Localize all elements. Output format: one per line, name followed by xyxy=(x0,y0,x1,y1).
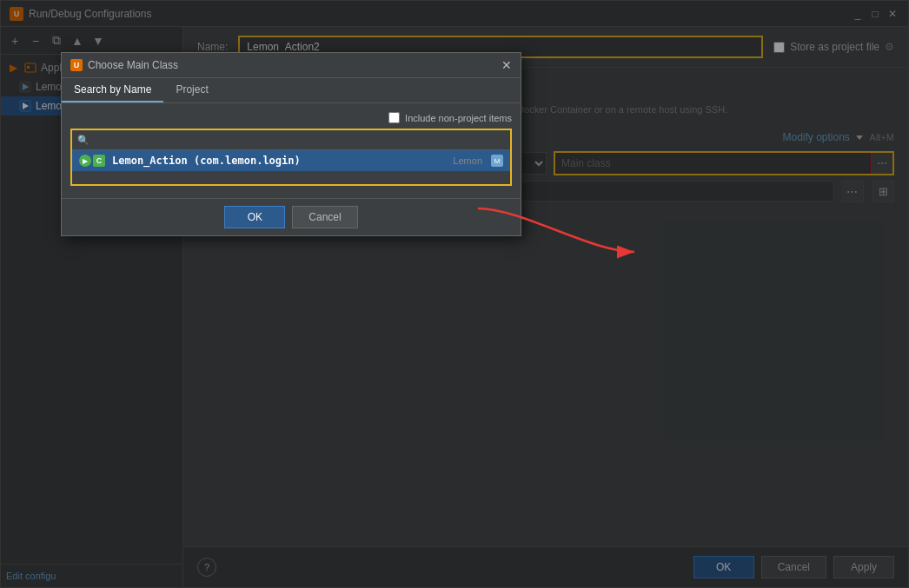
modal-title: U Choose Main Class xyxy=(70,59,178,71)
include-label: Include non-project items xyxy=(405,113,512,123)
modal-title-bar: U Choose Main Class ✕ xyxy=(62,53,521,78)
non-project-checkbox-row: Include non-project items xyxy=(70,112,512,123)
modal-ok-button[interactable]: OK xyxy=(224,206,285,228)
result-list: ▶ C Lemon_Action (com.lemon.login) Lemon… xyxy=(72,149,510,184)
search-input[interactable] xyxy=(93,134,505,146)
tab-project[interactable]: Project xyxy=(163,78,220,102)
tab-search-by-name[interactable]: Search by Name xyxy=(62,78,163,102)
class-icon-group: ▶ C xyxy=(79,155,105,167)
search-icon: 🔍 xyxy=(77,135,90,146)
run-icon: ▶ xyxy=(79,155,91,167)
result-module: Lemon xyxy=(453,155,482,166)
modal-title-label: Choose Main Class xyxy=(88,59,178,71)
choose-main-class-modal: U Choose Main Class ✕ Search by Name Pro… xyxy=(61,52,521,236)
include-non-project-checkbox[interactable] xyxy=(388,112,400,123)
search-box-container: 🔍 ▶ C Lemon_Action (com.lemon.login) Lem… xyxy=(70,129,512,186)
class-icon: C xyxy=(93,155,105,167)
result-item-lemon-action[interactable]: ▶ C Lemon_Action (com.lemon.login) Lemon… xyxy=(72,150,510,171)
module-icon: M xyxy=(491,155,503,167)
modal-cancel-button[interactable]: Cancel xyxy=(292,206,357,228)
modal-icon: U xyxy=(70,59,83,71)
result-class-name: Lemon_Action (com.lemon.login) xyxy=(112,155,448,167)
modal-close-button[interactable]: ✕ xyxy=(501,58,512,72)
search-box-wrap: 🔍 xyxy=(72,130,510,149)
modal-overlay: U Choose Main Class ✕ Search by Name Pro… xyxy=(0,0,909,588)
modal-tabs: Search by Name Project xyxy=(62,78,521,103)
modal-body: Include non-project items 🔍 ▶ C Lemon_Ac… xyxy=(62,103,521,198)
modal-bottom: OK Cancel xyxy=(62,198,521,235)
